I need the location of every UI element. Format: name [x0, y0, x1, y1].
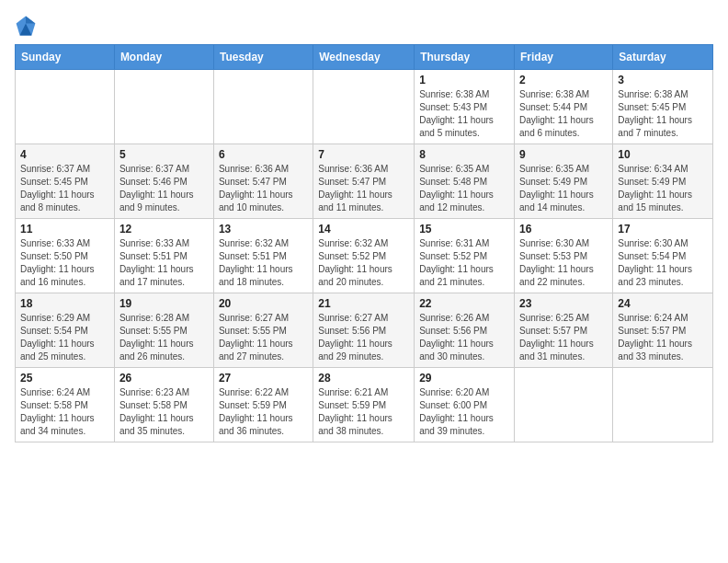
day-number: 29 [419, 372, 509, 385]
day-number: 25 [20, 372, 109, 385]
day-info: Sunrise: 6:27 AMSunset: 5:56 PMDaylight:… [318, 312, 409, 363]
day-info: Sunrise: 6:38 AMSunset: 5:45 PMDaylight:… [618, 88, 708, 140]
day-number: 10 [618, 148, 708, 161]
logo-icon [15, 15, 37, 37]
day-info: Sunrise: 6:22 AMSunset: 5:59 PMDaylight:… [219, 386, 308, 438]
calendar-cell: 17Sunrise: 6:30 AMSunset: 5:54 PMDayligh… [613, 219, 713, 293]
day-number: 24 [618, 297, 708, 310]
calendar-cell: 27Sunrise: 6:22 AMSunset: 5:59 PMDayligh… [213, 368, 313, 442]
day-number: 21 [318, 297, 409, 310]
calendar-week-3: 11Sunrise: 6:33 AMSunset: 5:50 PMDayligh… [16, 219, 713, 293]
day-number: 16 [519, 223, 608, 236]
day-info: Sunrise: 6:38 AMSunset: 5:43 PMDaylight:… [419, 88, 509, 140]
day-info: Sunrise: 6:37 AMSunset: 5:45 PMDaylight:… [20, 163, 109, 214]
calendar-header-row: SundayMondayTuesdayWednesdayThursdayFrid… [16, 45, 713, 70]
col-header-wednesday: Wednesday [313, 45, 415, 70]
day-info: Sunrise: 6:31 AMSunset: 5:52 PMDaylight:… [419, 237, 509, 289]
calendar-cell: 26Sunrise: 6:23 AMSunset: 5:58 PMDayligh… [114, 368, 213, 442]
day-info: Sunrise: 6:28 AMSunset: 5:55 PMDaylight:… [119, 312, 209, 363]
calendar-cell [114, 70, 213, 144]
day-info: Sunrise: 6:33 AMSunset: 5:51 PMDaylight:… [119, 237, 209, 289]
day-number: 15 [419, 223, 509, 236]
day-info: Sunrise: 6:21 AMSunset: 5:59 PMDaylight:… [318, 386, 409, 438]
calendar-cell: 18Sunrise: 6:29 AMSunset: 5:54 PMDayligh… [16, 293, 115, 368]
calendar-cell [515, 368, 613, 442]
calendar-cell [613, 368, 713, 442]
day-info: Sunrise: 6:36 AMSunset: 5:47 PMDaylight:… [219, 163, 308, 214]
calendar-cell: 29Sunrise: 6:20 AMSunset: 6:00 PMDayligh… [415, 368, 515, 442]
day-number: 20 [219, 297, 308, 310]
col-header-monday: Monday [114, 45, 213, 70]
day-info: Sunrise: 6:35 AMSunset: 5:49 PMDaylight:… [519, 163, 608, 214]
calendar-week-1: 1Sunrise: 6:38 AMSunset: 5:43 PMDaylight… [16, 70, 713, 144]
day-number: 5 [119, 148, 209, 161]
calendar-cell: 22Sunrise: 6:26 AMSunset: 5:56 PMDayligh… [415, 293, 515, 368]
calendar-cell: 6Sunrise: 6:36 AMSunset: 5:47 PMDaylight… [213, 144, 313, 219]
calendar-table: SundayMondayTuesdayWednesdayThursdayFrid… [15, 44, 713, 442]
day-info: Sunrise: 6:30 AMSunset: 5:53 PMDaylight:… [519, 237, 608, 289]
calendar-cell: 4Sunrise: 6:37 AMSunset: 5:45 PMDaylight… [16, 144, 115, 219]
calendar-cell: 2Sunrise: 6:38 AMSunset: 5:44 PMDaylight… [515, 70, 613, 144]
calendar-cell: 16Sunrise: 6:30 AMSunset: 5:53 PMDayligh… [515, 219, 613, 293]
day-number: 6 [219, 148, 308, 161]
calendar-cell: 28Sunrise: 6:21 AMSunset: 5:59 PMDayligh… [313, 368, 415, 442]
day-info: Sunrise: 6:23 AMSunset: 5:58 PMDaylight:… [119, 386, 209, 438]
col-header-thursday: Thursday [415, 45, 515, 70]
calendar-cell: 24Sunrise: 6:24 AMSunset: 5:57 PMDayligh… [613, 293, 713, 368]
calendar-cell: 20Sunrise: 6:27 AMSunset: 5:55 PMDayligh… [213, 293, 313, 368]
calendar-week-2: 4Sunrise: 6:37 AMSunset: 5:45 PMDaylight… [16, 144, 713, 219]
col-header-sunday: Sunday [16, 45, 115, 70]
day-number: 14 [318, 223, 409, 236]
calendar-cell: 14Sunrise: 6:32 AMSunset: 5:52 PMDayligh… [313, 219, 415, 293]
day-info: Sunrise: 6:25 AMSunset: 5:57 PMDaylight:… [519, 312, 608, 363]
calendar-cell: 8Sunrise: 6:35 AMSunset: 5:48 PMDaylight… [415, 144, 515, 219]
day-number: 22 [419, 297, 509, 310]
day-number: 26 [119, 372, 209, 385]
col-header-saturday: Saturday [613, 45, 713, 70]
day-info: Sunrise: 6:27 AMSunset: 5:55 PMDaylight:… [219, 312, 308, 363]
day-number: 3 [618, 74, 708, 86]
calendar-cell: 25Sunrise: 6:24 AMSunset: 5:58 PMDayligh… [16, 368, 115, 442]
day-number: 17 [618, 223, 708, 236]
day-number: 19 [119, 297, 209, 310]
calendar-cell [313, 70, 415, 144]
day-info: Sunrise: 6:38 AMSunset: 5:44 PMDaylight:… [519, 88, 608, 140]
day-number: 9 [519, 148, 608, 161]
header [15, 15, 713, 37]
calendar-cell [213, 70, 313, 144]
day-info: Sunrise: 6:30 AMSunset: 5:54 PMDaylight:… [618, 237, 708, 289]
day-number: 23 [519, 297, 608, 310]
day-number: 4 [20, 148, 109, 161]
day-number: 18 [20, 297, 109, 310]
day-number: 7 [318, 148, 409, 161]
day-info: Sunrise: 6:24 AMSunset: 5:57 PMDaylight:… [618, 312, 708, 363]
calendar-cell: 1Sunrise: 6:38 AMSunset: 5:43 PMDaylight… [415, 70, 515, 144]
calendar-cell: 10Sunrise: 6:34 AMSunset: 5:49 PMDayligh… [613, 144, 713, 219]
calendar-week-5: 25Sunrise: 6:24 AMSunset: 5:58 PMDayligh… [16, 368, 713, 442]
calendar-cell: 13Sunrise: 6:32 AMSunset: 5:51 PMDayligh… [213, 219, 313, 293]
day-number: 13 [219, 223, 308, 236]
calendar-cell: 23Sunrise: 6:25 AMSunset: 5:57 PMDayligh… [515, 293, 613, 368]
day-info: Sunrise: 6:20 AMSunset: 6:00 PMDaylight:… [419, 386, 509, 438]
calendar-cell: 12Sunrise: 6:33 AMSunset: 5:51 PMDayligh… [114, 219, 213, 293]
day-info: Sunrise: 6:29 AMSunset: 5:54 PMDaylight:… [20, 312, 109, 363]
svg-marker-1 [26, 17, 35, 24]
col-header-tuesday: Tuesday [213, 45, 313, 70]
day-info: Sunrise: 6:33 AMSunset: 5:50 PMDaylight:… [20, 237, 109, 289]
day-number: 11 [20, 223, 109, 236]
calendar-cell: 19Sunrise: 6:28 AMSunset: 5:55 PMDayligh… [114, 293, 213, 368]
day-number: 27 [219, 372, 308, 385]
day-number: 2 [519, 74, 608, 86]
day-info: Sunrise: 6:37 AMSunset: 5:46 PMDaylight:… [119, 163, 209, 214]
calendar-cell: 11Sunrise: 6:33 AMSunset: 5:50 PMDayligh… [16, 219, 115, 293]
day-number: 28 [318, 372, 409, 385]
day-number: 1 [419, 74, 509, 86]
day-info: Sunrise: 6:36 AMSunset: 5:47 PMDaylight:… [318, 163, 409, 214]
day-number: 8 [419, 148, 509, 161]
day-info: Sunrise: 6:32 AMSunset: 5:51 PMDaylight:… [219, 237, 308, 289]
calendar-cell [16, 70, 115, 144]
calendar-cell: 3Sunrise: 6:38 AMSunset: 5:45 PMDaylight… [613, 70, 713, 144]
calendar-cell: 15Sunrise: 6:31 AMSunset: 5:52 PMDayligh… [415, 219, 515, 293]
day-info: Sunrise: 6:35 AMSunset: 5:48 PMDaylight:… [419, 163, 509, 214]
day-info: Sunrise: 6:34 AMSunset: 5:49 PMDaylight:… [618, 163, 708, 214]
